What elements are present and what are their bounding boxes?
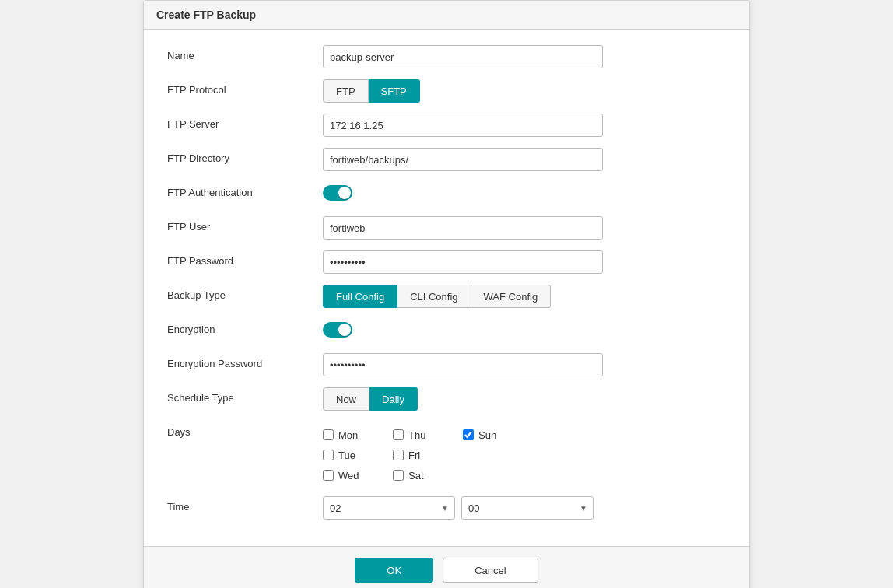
day-sun: Sun	[463, 425, 533, 445]
encryption-control	[323, 319, 726, 338]
schedule-type-group: Now Daily	[323, 387, 726, 411]
encryption-password-label: Encryption Password	[167, 353, 323, 369]
day-wed-label: Wed	[338, 470, 359, 481]
name-control	[323, 45, 726, 68]
ftp-password-row: FTP Password	[167, 250, 726, 274]
ftp-protocol-control: FTP SFTP	[323, 79, 726, 103]
encryption-row: Encryption	[167, 319, 726, 342]
day-wed: Wed	[323, 465, 393, 485]
backup-type-group: Full Config CLI Config WAF Config	[323, 285, 726, 308]
schedule-type-control: Now Daily	[323, 387, 726, 411]
day-thu-checkbox[interactable]	[393, 429, 404, 440]
ftp-protocol-label: FTP Protocol	[167, 79, 323, 96]
time-selects: 00 01 02 03 04 05 06 07 08 09 10 11	[323, 496, 726, 520]
full-config-btn[interactable]: Full Config	[323, 285, 397, 308]
encryption-password-input[interactable]	[323, 353, 603, 376]
days-label: Days	[167, 422, 323, 438]
day-tue: Tue	[323, 445, 393, 465]
days-grid: Mon Thu Sun Tue	[323, 425, 726, 485]
day-mon-checkbox[interactable]	[323, 429, 334, 440]
encryption-password-control	[323, 353, 726, 376]
now-btn[interactable]: Now	[323, 387, 369, 411]
ok-button[interactable]: OK	[355, 558, 433, 583]
ftp-password-input[interactable]	[323, 250, 603, 274]
ftp-protocol-group: FTP SFTP	[323, 79, 726, 103]
ftp-auth-toggle[interactable]	[323, 185, 352, 201]
ftp-password-label: FTP Password	[167, 250, 323, 267]
day-wed-checkbox[interactable]	[323, 470, 334, 481]
ftp-server-input[interactable]	[323, 114, 603, 137]
daily-btn[interactable]: Daily	[369, 387, 418, 411]
cancel-button[interactable]: Cancel	[443, 558, 538, 583]
encryption-toggle-wrapper	[323, 322, 352, 338]
day-sat-label: Sat	[408, 470, 424, 481]
day-sat: Sat	[393, 465, 463, 485]
name-input[interactable]	[323, 45, 603, 68]
days-row: Days Mon Thu Sun	[167, 422, 726, 485]
ftp-auth-slider	[323, 185, 352, 201]
ftp-directory-input[interactable]	[323, 148, 603, 171]
dialog-footer: OK Cancel	[144, 546, 749, 588]
ftp-server-control	[323, 114, 726, 137]
ftp-password-control	[323, 250, 726, 274]
schedule-type-row: Schedule Type Now Daily	[167, 387, 726, 411]
days-control: Mon Thu Sun Tue	[323, 422, 726, 485]
cli-config-btn[interactable]: CLI Config	[397, 285, 471, 308]
day-fri-checkbox[interactable]	[393, 450, 404, 460]
dialog-title: Create FTP Backup	[156, 9, 256, 21]
time-control: 00 01 02 03 04 05 06 07 08 09 10 11	[323, 496, 726, 520]
minute-select-wrapper: 00 05 10 15 20 25 30 35 40 45 50 55	[461, 496, 594, 520]
day-thu: Thu	[393, 425, 463, 445]
time-row: Time 00 01 02 03 04 05 06 07 08	[167, 496, 726, 520]
minute-select[interactable]: 00 05 10 15 20 25 30 35 40 45 50 55	[461, 496, 594, 520]
encryption-password-row: Encryption Password	[167, 353, 726, 376]
backup-type-control: Full Config CLI Config WAF Config	[323, 285, 726, 308]
hour-select-wrapper: 00 01 02 03 04 05 06 07 08 09 10 11	[323, 496, 455, 520]
ftp-server-label: FTP Server	[167, 114, 323, 130]
encryption-toggle[interactable]	[323, 322, 352, 338]
ftp-user-label: FTP User	[167, 216, 323, 233]
day-thu-label: Thu	[408, 429, 425, 441]
ftp-directory-row: FTP Directory	[167, 148, 726, 171]
day-mon: Mon	[323, 425, 393, 445]
sftp-btn[interactable]: SFTP	[369, 79, 420, 103]
name-label: Name	[167, 45, 323, 61]
ftp-btn[interactable]: FTP	[323, 79, 369, 103]
ftp-user-row: FTP User	[167, 216, 726, 240]
ftp-server-row: FTP Server	[167, 114, 726, 137]
day-sun-label: Sun	[478, 429, 496, 441]
ftp-protocol-row: FTP Protocol FTP SFTP	[167, 79, 726, 103]
ftp-auth-control	[323, 182, 726, 201]
encryption-label: Encryption	[167, 319, 323, 335]
day-fri: Fri	[393, 445, 463, 465]
ftp-directory-control	[323, 148, 726, 171]
hour-select[interactable]: 00 01 02 03 04 05 06 07 08 09 10 11	[323, 496, 455, 520]
ftp-auth-row: FTP Authentication	[167, 182, 726, 205]
encryption-slider	[323, 322, 352, 338]
schedule-type-label: Schedule Type	[167, 387, 323, 404]
day-tue-label: Tue	[338, 450, 355, 461]
ftp-directory-label: FTP Directory	[167, 148, 323, 164]
ftp-auth-toggle-wrapper	[323, 185, 352, 201]
name-row: Name	[167, 45, 726, 68]
backup-type-label: Backup Type	[167, 285, 323, 301]
day-tue-checkbox[interactable]	[323, 450, 334, 460]
backup-type-row: Backup Type Full Config CLI Config WAF C…	[167, 285, 726, 308]
waf-config-btn[interactable]: WAF Config	[471, 285, 552, 308]
day-empty	[463, 445, 533, 465]
ftp-auth-label: FTP Authentication	[167, 182, 323, 198]
day-mon-label: Mon	[338, 429, 358, 441]
day-sun-checkbox[interactable]	[463, 429, 474, 440]
ftp-user-input[interactable]	[323, 216, 603, 240]
dialog-body: Name FTP Protocol FTP SFTP FTP Server	[144, 30, 749, 546]
day-sat-checkbox[interactable]	[393, 470, 404, 481]
dialog-header: Create FTP Backup	[144, 1, 749, 30]
time-label: Time	[167, 496, 323, 513]
day-fri-label: Fri	[408, 450, 420, 461]
create-ftp-backup-dialog: Create FTP Backup Name FTP Protocol FTP …	[143, 0, 750, 588]
ftp-user-control	[323, 216, 726, 240]
